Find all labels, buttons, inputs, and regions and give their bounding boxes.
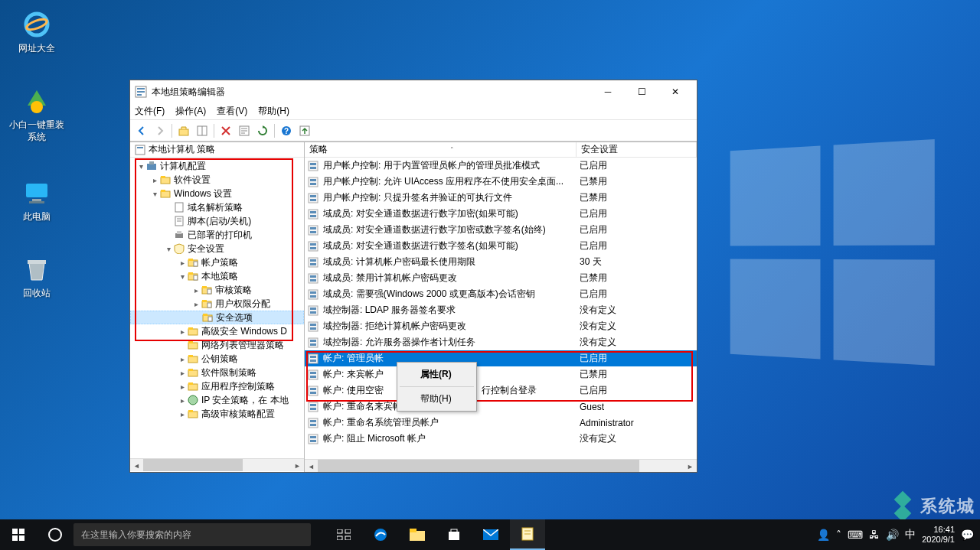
tree-twisty-icon[interactable]: ▸ (178, 369, 187, 377)
tree-item[interactable]: 已部署的打印机 (130, 228, 304, 242)
taskbar-gpedit-active[interactable] (510, 519, 545, 550)
list-row[interactable]: 用户帐户控制: 用于内置管理员帐户的管理员批准模式已启用 (305, 158, 697, 174)
list-header[interactable]: 策略˄ 安全设置 (305, 142, 697, 158)
up-button[interactable] (175, 122, 192, 139)
menu-view[interactable]: 查看(V) (217, 105, 247, 118)
svg-rect-39 (188, 272, 193, 275)
help-button[interactable]: ? (278, 122, 295, 139)
list-row[interactable]: 域成员: 需要强(Windows 2000 或更高版本)会话密钥已启用 (305, 286, 697, 302)
tree-item[interactable]: ▸用户权限分配 (130, 297, 304, 311)
tree-twisty-icon[interactable]: ▾ (178, 272, 187, 281)
tray-clock[interactable]: 16:41 2020/9/1 (922, 525, 955, 545)
tree-item[interactable]: 网络列表管理器策略 (130, 338, 304, 352)
tree-twisty-icon[interactable]: ▸ (150, 176, 159, 184)
tree-twisty-icon[interactable]: ▸ (178, 259, 187, 267)
tray-keyboard-icon[interactable]: ⌨ (848, 529, 863, 541)
list-row[interactable]: 域成员: 对安全通道数据进行数字签名(如果可能)已启用 (305, 238, 697, 254)
tree-twisty-icon[interactable]: ▸ (178, 410, 187, 418)
close-button[interactable]: ✕ (658, 80, 692, 103)
show-hide-button[interactable] (194, 122, 211, 139)
tree-twisty-icon[interactable]: ▾ (150, 190, 159, 198)
refresh-button[interactable] (254, 122, 271, 139)
list-row[interactable]: 帐户: 重命名系统管理员帐户Administrator (305, 415, 697, 431)
tray-network-icon[interactable]: 🖧 (869, 529, 880, 541)
list-row[interactable]: 域成员: 对安全通道数据进行数字加密(如果可能)已启用 (305, 206, 697, 222)
tree-item[interactable]: ▸软件设置 (130, 173, 304, 187)
tree-item[interactable]: ▸帐户策略 (130, 255, 304, 269)
search-box[interactable]: 在这里输入你要搜索的内容 (74, 523, 311, 546)
titlebar[interactable]: 本地组策略编辑器 ─ ☐ ✕ (130, 80, 697, 103)
list-row[interactable]: 域成员: 禁用计算机帐户密码更改已禁用 (305, 270, 697, 286)
tree-twisty-icon[interactable]: ▸ (191, 286, 201, 295)
policy-list[interactable]: 用户帐户控制: 用于内置管理员帐户的管理员批准模式已启用用户帐户控制: 允许 U… (305, 158, 697, 459)
desktop-icon-recycle-bin[interactable]: 回收站 (9, 254, 64, 300)
tree-item[interactable]: ▾安全设置 (130, 242, 304, 255)
task-view-button[interactable] (326, 519, 361, 550)
export-button[interactable] (296, 122, 313, 139)
list-row[interactable]: 域成员: 计算机帐户密码最长使用期限30 天 (305, 254, 697, 270)
taskbar-explorer[interactable] (400, 519, 435, 550)
tree-twisty-icon[interactable]: ▸ (178, 327, 187, 336)
start-button[interactable] (0, 519, 37, 550)
tree-twisty-icon[interactable]: ▸ (178, 355, 187, 363)
minimize-button[interactable]: ─ (591, 80, 625, 103)
tray-people-icon[interactable]: 👤 (817, 529, 830, 541)
tree-item[interactable]: 脚本(启动/关机) (130, 214, 304, 228)
tree-item[interactable]: 域名解析策略 (130, 200, 304, 214)
list-row[interactable]: 帐户: 使用空密行控制台登录已启用 (305, 382, 697, 399)
desktop-icon-reinstall[interactable]: 小白一键重装系统 (9, 86, 64, 143)
tree-item[interactable]: ▾Windows 设置 (130, 187, 304, 200)
tree-twisty-icon[interactable]: ▸ (178, 396, 187, 405)
tree-twisty-icon[interactable]: ▸ (178, 382, 187, 391)
desktop-icon-browser[interactable]: 网址大全 (9, 9, 64, 55)
taskbar-mail[interactable] (473, 519, 508, 550)
taskbar-edge[interactable] (363, 519, 398, 550)
column-policy[interactable]: 策略˄ (305, 142, 577, 157)
list-row[interactable]: 域成员: 对安全通道数据进行数字加密或数字签名(始终)已启用 (305, 222, 697, 238)
menu-help[interactable]: 帮助(H) (258, 105, 289, 118)
tray-notifications-icon[interactable]: 💬 (961, 529, 974, 541)
list-row[interactable]: 帐户: 管理员帐已启用 (305, 350, 697, 366)
tree-twisty-icon[interactable]: ▾ (136, 162, 145, 171)
properties-button[interactable] (236, 122, 253, 139)
tray-chevron-up-icon[interactable]: ˄ (836, 529, 841, 541)
tree-item[interactable]: ▾计算机配置 (130, 159, 304, 173)
cortana-button[interactable] (37, 519, 74, 550)
list-row[interactable]: 帐户: 来宾帐户已禁用 (305, 366, 697, 382)
context-menu-properties[interactable]: 属性(R) (399, 364, 475, 385)
tree-item[interactable]: ▸IP 安全策略，在 本地 (130, 393, 304, 407)
menu-file[interactable]: 文件(F) (135, 105, 165, 118)
tree-item[interactable]: ▸应用程序控制策略 (130, 379, 304, 393)
tree-item[interactable]: ▸公钥策略 (130, 352, 304, 366)
list-row[interactable]: 帐户: 阻止 Microsoft 帐户没有定义 (305, 431, 697, 447)
taskbar-store[interactable] (436, 519, 472, 550)
tree-item[interactable]: ▸审核策略 (130, 283, 304, 297)
tree-item[interactable]: 安全选项 (130, 311, 304, 324)
list-row[interactable]: 用户帐户控制: 只提升签名并验证的可执行文件已禁用 (305, 190, 697, 206)
desktop-icon-this-pc[interactable]: 此电脑 (9, 177, 64, 223)
tray-volume-icon[interactable]: 🔊 (886, 529, 899, 541)
tree-twisty-icon[interactable]: ▸ (191, 300, 201, 308)
list-row[interactable]: 域控制器: 允许服务器操作者计划任务没有定义 (305, 334, 697, 350)
nav-forward-button[interactable] (152, 122, 168, 139)
tray-ime-icon[interactable]: 中 (905, 528, 916, 542)
tree-item[interactable]: ▸软件限制策略 (130, 366, 304, 379)
tree-twisty-icon[interactable]: ▾ (164, 245, 173, 253)
tree[interactable]: ▾计算机配置▸软件设置▾Windows 设置 域名解析策略 脚本(启动/关机) … (130, 158, 304, 458)
tree-item[interactable]: ▸高级审核策略配置 (130, 407, 304, 421)
delete-button[interactable] (217, 122, 234, 139)
list-row[interactable]: 域控制器: 拒绝计算机帐户密码更改没有定义 (305, 318, 697, 334)
menu-action[interactable]: 操作(A) (175, 105, 206, 118)
list-row[interactable]: 域控制器: LDAP 服务器签名要求没有定义 (305, 302, 697, 318)
tree-header[interactable]: 本地计算机 策略 (130, 142, 304, 158)
context-menu-help[interactable]: 帮助(H) (399, 389, 475, 409)
list-scrollbar-horizontal[interactable]: ◄ ► (305, 459, 697, 472)
list-row[interactable]: 帐户: 重命名来宾帐户Guest (305, 399, 697, 415)
column-security-setting[interactable]: 安全设置 (577, 142, 697, 157)
list-row[interactable]: 用户帐户控制: 允许 UIAccess 应用程序在不使用安全桌面...已禁用 (305, 174, 697, 190)
tree-item[interactable]: ▾本地策略 (130, 269, 304, 283)
tree-item[interactable]: ▸高级安全 Windows D (130, 324, 304, 338)
tree-scrollbar-horizontal[interactable]: ◄ ► (130, 458, 304, 471)
maximize-button[interactable]: ☐ (625, 80, 658, 103)
nav-back-button[interactable] (133, 122, 150, 139)
